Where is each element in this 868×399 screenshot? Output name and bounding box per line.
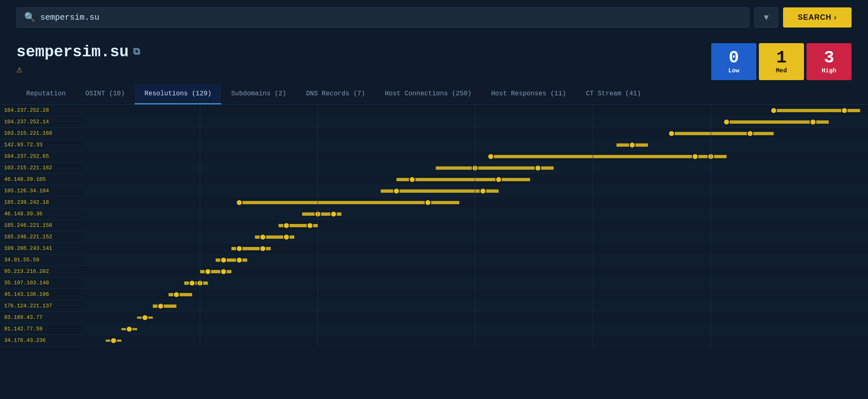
svg-point-88 xyxy=(189,280,195,286)
copy-icon[interactable]: ⧉ xyxy=(133,46,140,58)
svg-point-91 xyxy=(174,292,179,298)
svg-point-44 xyxy=(841,108,847,113)
ip-label[interactable]: 142.93.72.33 xyxy=(0,139,82,151)
search-button-label: SEARCH › xyxy=(798,13,837,22)
svg-point-67 xyxy=(236,200,242,205)
ip-label[interactable]: 185.239.242.18 xyxy=(0,197,82,208)
timeline-svg xyxy=(82,105,868,346)
svg-point-97 xyxy=(126,326,132,332)
ip-label[interactable]: 45.143.136.196 xyxy=(0,289,82,300)
search-input[interactable] xyxy=(40,13,742,22)
filter-icon: ▼ xyxy=(762,13,770,22)
score-med-value: 1 xyxy=(776,49,786,67)
svg-point-54 xyxy=(488,154,494,159)
svg-point-74 xyxy=(307,223,313,228)
ip-label[interactable]: 93.189.43.77 xyxy=(0,312,82,323)
svg-point-55 xyxy=(692,154,698,159)
svg-point-77 xyxy=(284,234,289,240)
svg-point-99 xyxy=(110,338,116,344)
svg-point-61 xyxy=(409,177,415,182)
ip-label[interactable]: 185.246.221.150 xyxy=(0,220,82,231)
score-med-label: Med xyxy=(776,67,787,74)
warning-row: ⚠ xyxy=(16,63,140,75)
filter-button[interactable]: ▼ xyxy=(754,7,778,28)
chart-panel xyxy=(82,105,868,346)
tab-osint--10-[interactable]: OSINT (10) xyxy=(76,84,135,104)
svg-point-52 xyxy=(629,142,635,148)
resolutions-chart-section: 104.237.252.28104.237.252.14103.215.221.… xyxy=(0,105,868,346)
badge-high: 3 High xyxy=(806,43,852,80)
ip-list-panel: 104.237.252.28104.237.252.14103.215.221.… xyxy=(0,105,82,346)
svg-point-59 xyxy=(535,165,540,171)
ip-label[interactable]: 46.148.39.36 xyxy=(0,208,82,220)
search-button[interactable]: SEARCH › xyxy=(783,7,852,28)
tab-reputation[interactable]: Reputation xyxy=(16,84,76,104)
ip-label[interactable]: 104.237.252.14 xyxy=(0,116,82,128)
svg-point-80 xyxy=(260,246,266,251)
score-low-label: Low xyxy=(728,67,739,74)
tab-dns-records--7-[interactable]: DNS Records (7) xyxy=(296,84,375,104)
ip-label[interactable]: 95.213.216.202 xyxy=(0,266,82,277)
chart-inner: 104.237.252.28104.237.252.14103.215.221.… xyxy=(0,105,868,346)
search-icon: 🔍 xyxy=(24,12,35,23)
svg-point-47 xyxy=(810,119,816,125)
svg-point-85 xyxy=(205,269,211,274)
svg-point-79 xyxy=(236,246,242,251)
ip-label[interactable]: 109.206.243.141 xyxy=(0,243,82,254)
warning-icon: ⚠ xyxy=(16,64,22,75)
domain-section: sempersim.su ⧉ ⚠ 0 Low 1 Med 3 High xyxy=(0,35,868,84)
ip-label[interactable]: 34.176.43.236 xyxy=(0,335,82,346)
ip-label[interactable]: 34.91.55.59 xyxy=(0,254,82,266)
tab-host-connections--250-[interactable]: Host Connections (250) xyxy=(375,84,481,104)
score-high-value: 3 xyxy=(824,49,834,67)
ip-label[interactable]: 46.148.39.105 xyxy=(0,174,82,185)
svg-point-50 xyxy=(747,131,753,136)
svg-point-82 xyxy=(220,257,226,263)
svg-point-93 xyxy=(158,303,163,309)
tab-resolutions--129-[interactable]: Resolutions (129) xyxy=(135,84,221,104)
svg-point-62 xyxy=(496,177,502,182)
ip-label[interactable]: 176.124.221.137 xyxy=(0,300,82,312)
score-low-value: 0 xyxy=(728,49,739,67)
score-badges: 0 Low 1 Med 3 High xyxy=(709,43,852,80)
svg-point-71 xyxy=(331,211,337,217)
ip-label[interactable]: 103.215.221.162 xyxy=(0,162,82,174)
svg-point-64 xyxy=(394,188,399,194)
ip-label[interactable]: 185.246.221.152 xyxy=(0,231,82,243)
tabs-bar: ReputationOSINT (10)Resolutions (129)Sub… xyxy=(0,84,868,105)
svg-point-76 xyxy=(260,234,266,240)
search-container: 🔍 xyxy=(16,7,749,28)
svg-point-68 xyxy=(425,200,431,205)
tab-host-responses--11-[interactable]: Host Responses (11) xyxy=(481,84,576,104)
svg-point-73 xyxy=(284,223,289,228)
svg-point-43 xyxy=(771,108,776,113)
ip-label[interactable]: 104.237.252.28 xyxy=(0,105,82,116)
badge-low: 0 Low xyxy=(711,43,756,80)
domain-title-row: sempersim.su ⧉ xyxy=(16,43,140,61)
svg-point-86 xyxy=(220,269,226,274)
domain-title-text: sempersim.su xyxy=(16,43,129,61)
tab-ct-stream--41-[interactable]: CT Stream (41) xyxy=(576,84,650,104)
svg-point-83 xyxy=(236,257,242,263)
domain-title-area: sempersim.su ⧉ ⚠ xyxy=(16,43,140,75)
svg-point-65 xyxy=(480,188,486,194)
ip-label[interactable]: 103.215.221.168 xyxy=(0,128,82,139)
ip-label[interactable]: 185.126.34.104 xyxy=(0,185,82,197)
ip-label[interactable]: 35.197.103.140 xyxy=(0,277,82,289)
badge-med: 1 Med xyxy=(759,43,804,80)
tab-subdomains--2-[interactable]: Subdomains (2) xyxy=(221,84,296,104)
ip-label[interactable]: 104.237.252.65 xyxy=(0,151,82,162)
score-high-label: High xyxy=(822,67,836,74)
header: 🔍 ▼ SEARCH › xyxy=(0,0,868,35)
svg-point-46 xyxy=(724,119,729,125)
ip-label[interactable]: 91.142.77.59 xyxy=(0,323,82,335)
svg-point-95 xyxy=(142,315,148,321)
svg-point-49 xyxy=(669,131,674,136)
